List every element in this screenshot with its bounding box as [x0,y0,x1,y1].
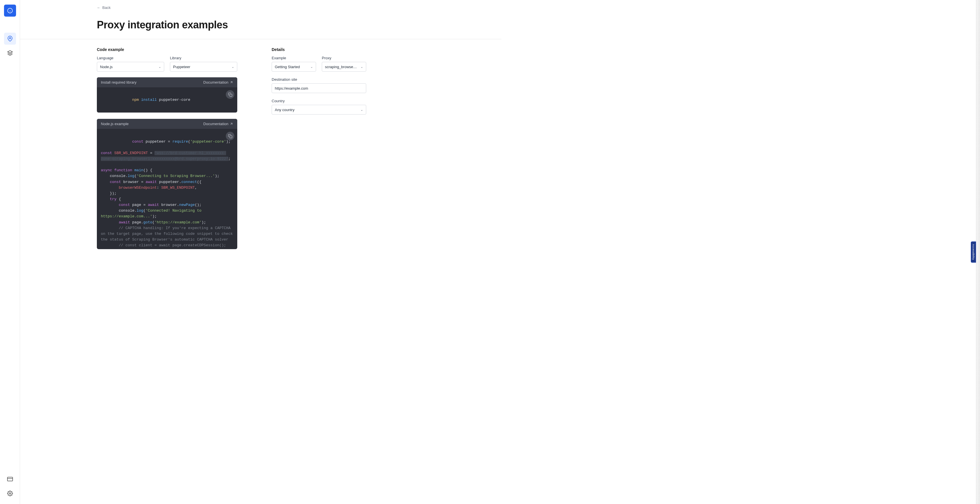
country-value: Any country [275,108,294,112]
install-code-card: Install required library Documentation n… [97,77,237,113]
right-column: Details Example Getting Started ⌄ Proxy [272,47,366,114]
back-link[interactable]: ← Back [97,5,111,10]
example-code-card: Node.js example Documentation const pupp… [97,119,237,249]
country-select[interactable]: Any country ⌄ [272,105,366,114]
example-doc-link[interactable]: Documentation [204,122,233,126]
language-label: Language [97,56,164,60]
credit-card-icon [7,476,13,482]
language-value: Node.js [100,65,113,69]
proxy-value: scraping_browse… [325,65,357,69]
library-value: Puppeteer [173,65,190,69]
copy-install-button[interactable] [226,90,234,99]
sidebar-item-datasets[interactable] [4,47,16,59]
page-title: Proxy integration examples [97,19,490,31]
accessibility-tab[interactable]: Accessibility [971,241,976,263]
sidebar-item-info[interactable] [4,5,16,17]
window-scrollbar[interactable] [976,0,980,504]
map-pin-icon [7,36,13,41]
code-example-heading: Code example [97,47,237,52]
app-root: ← Back Proxy integration examples Code e… [0,0,980,504]
language-select[interactable]: Node.js ⌄ [97,62,164,71]
external-link-icon [229,122,233,126]
svg-marker-4 [8,51,12,53]
external-link-icon [229,81,233,84]
chevron-down-icon: ⌄ [361,108,363,112]
example-label: Example [272,56,316,60]
proxy-label: Proxy [322,56,366,60]
library-select[interactable]: Puppeteer ⌄ [170,62,237,71]
chevron-down-icon: ⌄ [159,65,161,69]
chevron-down-icon: ⌄ [310,65,313,69]
sidebar [0,0,20,504]
svg-rect-9 [229,136,232,138]
gear-icon [7,491,13,496]
country-label: Country [272,99,366,103]
library-field: Library Puppeteer ⌄ [170,56,237,71]
layers-icon [7,50,13,56]
back-label: Back [102,5,111,10]
install-doc-link[interactable]: Documentation [204,80,233,84]
library-label: Library [170,56,237,60]
example-field: Example Getting Started ⌄ [272,56,316,71]
copy-icon [228,134,232,138]
info-icon [7,8,13,13]
copy-icon [228,92,232,97]
proxy-select[interactable]: scraping_browse… ⌄ [322,62,366,71]
example-header: Node.js example [101,122,129,126]
chevron-down-icon: ⌄ [361,65,363,69]
destination-value: https://example.com [275,86,308,90]
copy-example-button[interactable] [226,132,234,140]
svg-point-3 [9,38,11,39]
sidebar-item-billing[interactable] [4,473,16,485]
destination-label: Destination site [272,77,366,82]
example-value: Getting Started [275,65,300,69]
svg-rect-8 [229,94,232,96]
svg-rect-5 [7,477,12,481]
destination-input[interactable]: https://example.com [272,83,366,93]
details-heading: Details [272,47,366,52]
svg-point-7 [9,493,11,494]
sidebar-item-location[interactable] [4,33,16,45]
destination-field: Destination site https://example.com [272,77,366,93]
divider [20,39,501,39]
left-column: Code example Language Node.js ⌄ Library [97,47,237,255]
install-code-body: npm install puppeteer-core [97,87,237,113]
install-header: Install required library [101,80,137,84]
main-content: ← Back Proxy integration examples Code e… [20,0,980,504]
country-field: Country Any country ⌄ [272,99,366,114]
example-select[interactable]: Getting Started ⌄ [272,62,316,71]
arrow-left-icon: ← [97,5,100,10]
proxy-field: Proxy scraping_browse… ⌄ [322,56,366,71]
chevron-down-icon: ⌄ [232,65,234,69]
language-field: Language Node.js ⌄ [97,56,164,71]
sidebar-item-settings[interactable] [4,487,16,499]
example-code-body[interactable]: const puppeteer = require('puppeteer-cor… [97,129,237,249]
